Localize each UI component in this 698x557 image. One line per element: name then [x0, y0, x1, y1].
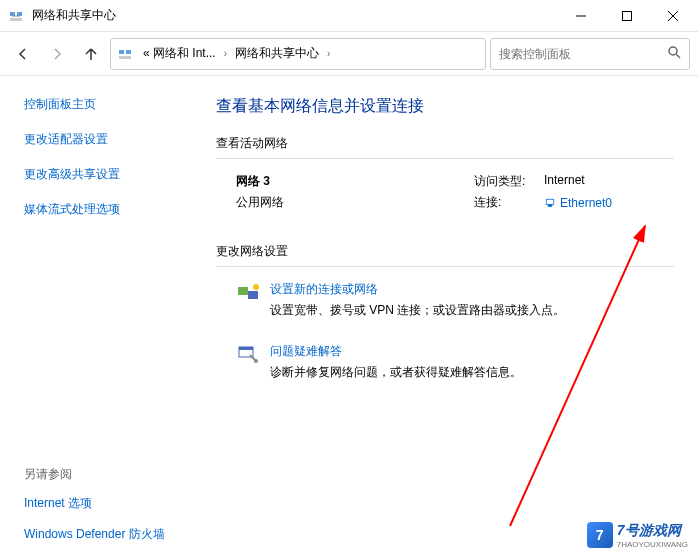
watermark-brand: 7号游戏网	[617, 522, 681, 538]
svg-point-16	[253, 284, 259, 290]
search-box[interactable]	[490, 38, 690, 70]
toolbar: « 网络和 Int... › 网络和共享中心 ›	[0, 32, 698, 76]
search-icon[interactable]	[667, 45, 681, 63]
svg-rect-8	[126, 50, 131, 54]
chevron-right-icon[interactable]: ›	[325, 48, 332, 59]
connection-label: 连接:	[474, 194, 544, 211]
svg-rect-14	[238, 287, 248, 295]
content-area: 控制面板主页 更改适配器设置 更改高级共享设置 媒体流式处理选项 另请参阅 In…	[0, 76, 698, 557]
breadcrumb-seg2[interactable]: 网络和共享中心	[231, 43, 323, 64]
svg-rect-13	[548, 204, 553, 206]
svg-rect-9	[119, 56, 131, 59]
sidebar: 控制面板主页 更改适配器设置 更改高级共享设置 媒体流式处理选项 另请参阅 In…	[0, 76, 200, 557]
up-button[interactable]	[76, 39, 106, 69]
page-heading: 查看基本网络信息并设置连接	[216, 96, 674, 117]
breadcrumb[interactable]: « 网络和 Int... › 网络和共享中心 ›	[110, 38, 486, 70]
app-icon	[8, 8, 24, 24]
access-type-label: 访问类型:	[474, 173, 544, 190]
setup-connection-desc: 设置宽带、拨号或 VPN 连接；或设置路由器或接入点。	[270, 302, 565, 319]
back-button[interactable]	[8, 39, 38, 69]
setup-connection-item: 设置新的连接或网络 设置宽带、拨号或 VPN 连接；或设置路由器或接入点。	[236, 281, 674, 319]
change-settings-title: 更改网络设置	[216, 243, 674, 260]
main-panel: 查看基本网络信息并设置连接 查看活动网络 网络 3 公用网络 访问类型: Int…	[200, 76, 698, 557]
svg-rect-4	[623, 11, 632, 20]
network-type: 公用网络	[236, 194, 474, 211]
troubleshoot-item: 问题疑难解答 诊断并修复网络问题，或者获得疑难解答信息。	[236, 343, 674, 381]
access-type-value: Internet	[544, 173, 585, 190]
sidebar-home-link[interactable]: 控制面板主页	[24, 96, 200, 113]
svg-rect-7	[119, 50, 124, 54]
svg-line-11	[676, 54, 680, 58]
sidebar-streaming-link[interactable]: 媒体流式处理选项	[24, 201, 200, 218]
chevron-right-icon[interactable]: ›	[222, 48, 229, 59]
troubleshoot-icon	[236, 343, 260, 367]
sidebar-firewall-link[interactable]: Windows Defender 防火墙	[24, 526, 200, 543]
svg-rect-1	[17, 12, 22, 16]
sidebar-advanced-link[interactable]: 更改高级共享设置	[24, 166, 200, 183]
active-network-row: 网络 3 公用网络 访问类型: Internet 连接: Ethernet0	[216, 173, 674, 215]
svg-rect-0	[10, 12, 15, 16]
see-also-label: 另请参阅	[24, 466, 200, 483]
setup-connection-link[interactable]: 设置新的连接或网络	[270, 281, 565, 298]
ethernet-icon	[544, 197, 556, 209]
sidebar-internet-options-link[interactable]: Internet 选项	[24, 495, 200, 512]
minimize-button[interactable]	[558, 0, 604, 32]
divider	[216, 158, 674, 159]
setup-connection-icon	[236, 281, 260, 305]
watermark: 7 7号游戏网 7HAOYOUXIWANG	[587, 521, 688, 549]
watermark-sub: 7HAOYOUXIWANG	[617, 540, 688, 549]
svg-rect-12	[546, 199, 554, 204]
svg-point-19	[254, 359, 258, 363]
connection-value: Ethernet0	[560, 196, 612, 210]
connection-link[interactable]: Ethernet0	[544, 194, 612, 211]
network-name: 网络 3	[236, 173, 474, 190]
breadcrumb-icon	[117, 46, 133, 62]
window-titlebar: 网络和共享中心	[0, 0, 698, 32]
divider	[216, 266, 674, 267]
svg-point-10	[669, 47, 677, 55]
svg-rect-15	[248, 291, 258, 299]
maximize-button[interactable]	[604, 0, 650, 32]
active-networks-title: 查看活动网络	[216, 135, 674, 152]
watermark-logo-icon: 7	[587, 522, 613, 548]
svg-rect-2	[10, 18, 22, 21]
troubleshoot-desc: 诊断并修复网络问题，或者获得疑难解答信息。	[270, 364, 522, 381]
troubleshoot-link[interactable]: 问题疑难解答	[270, 343, 522, 360]
breadcrumb-seg1[interactable]: « 网络和 Int...	[139, 43, 220, 64]
window-title: 网络和共享中心	[32, 7, 558, 24]
sidebar-adapter-link[interactable]: 更改适配器设置	[24, 131, 200, 148]
window-controls	[558, 0, 696, 32]
search-input[interactable]	[499, 47, 661, 61]
forward-button[interactable]	[42, 39, 72, 69]
close-button[interactable]	[650, 0, 696, 32]
svg-rect-18	[239, 347, 253, 350]
